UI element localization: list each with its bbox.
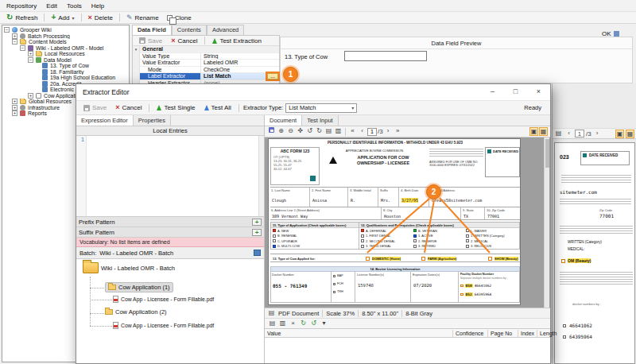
batch-item-cow-application-1[interactable]: Cow Application (1) — [105, 282, 173, 292]
property-row-mode[interactable]: Mode CheckOne — [133, 67, 279, 74]
tree-item-batch-processing[interactable]: +Batch Processing — [2, 33, 129, 40]
property-row-value-type[interactable]: Value Type String — [133, 53, 279, 60]
page-icon[interactable]: ▤ — [268, 319, 277, 328]
next-page-icon[interactable]: › — [593, 130, 602, 138]
expression-editor-area[interactable]: 1 — [76, 136, 264, 217]
tree-item-omr-model[interactable]: −Wiki - Labeled OMR - Model — [2, 45, 129, 52]
suffix-pattern-bar[interactable]: Suffix Pattern+ — [76, 227, 264, 238]
fit-toggle-icon[interactable]: ▣ — [615, 130, 624, 138]
prev-page-icon[interactable]: ‹ — [564, 130, 573, 138]
clear-icon[interactable]: × — [289, 319, 297, 328]
page-icon[interactable]: ▤ — [324, 127, 333, 136]
tree-item-data-model[interactable]: −Data Model — [2, 57, 129, 64]
test-all-button[interactable]: Test All — [201, 103, 235, 113]
category-collapse-icon[interactable]: ▾ — [133, 46, 140, 52]
property-category-general[interactable]: ▾ General — [133, 46, 279, 53]
property-value[interactable]: Labeled OMR — [201, 60, 279, 66]
expand-icon[interactable]: + — [28, 93, 33, 99]
save-button[interactable]: Save — [80, 103, 110, 113]
add-button[interactable]: +Add▾ — [48, 13, 77, 23]
zoom-in-icon[interactable]: ⊕ — [277, 127, 285, 136]
delete-button[interactable]: ×Delete — [85, 13, 116, 23]
cancel-button[interactable]: ×Cancel — [112, 103, 145, 113]
batch-item-pdf-2[interactable]: Cow App - Licensee - Form Fillable.pdf — [113, 322, 214, 329]
tree-item-high-school[interactable]: 19a High School Education — [2, 75, 129, 81]
expand-icon[interactable]: + — [12, 105, 17, 110]
test-extraction-button[interactable]: Test Extraction — [209, 36, 264, 46]
expand-icon[interactable]: + — [28, 51, 33, 56]
collapse-icon[interactable]: − — [12, 39, 17, 45]
zoom-out-icon[interactable]: ⊖ — [286, 127, 295, 136]
fit-toggle-icon[interactable]: ▣ — [529, 127, 538, 136]
copy-icon[interactable]: ▥ — [278, 319, 287, 328]
batch-browse-icon[interactable] — [254, 250, 261, 256]
add-suffix-icon[interactable]: + — [252, 229, 262, 236]
collapse-icon[interactable]: − — [28, 57, 33, 63]
expand-icon[interactable]: + — [12, 99, 17, 104]
tree-item-local-resources[interactable]: +Local Resources — [2, 51, 129, 57]
page-number-input[interactable] — [367, 128, 377, 136]
batch-root-item[interactable]: Wiki - Labeled OMR - Batch — [83, 262, 175, 273]
add-prefix-icon[interactable]: + — [252, 219, 262, 226]
clone-button[interactable]: Clone — [164, 13, 195, 23]
grid-toggle-icon[interactable]: ▦ — [539, 127, 548, 136]
collapse-icon[interactable]: − — [4, 27, 10, 33]
tab-properties[interactable]: Properties — [134, 115, 171, 126]
tree-item-grooper-wiki[interactable]: −Grooper Wiki — [2, 27, 129, 33]
save-icon[interactable] — [267, 127, 276, 136]
document-viewer[interactable]: PERSONALLY IDENTIFIABLE INFORMATION - WI… — [265, 137, 550, 308]
menu-repository[interactable]: Repository — [2, 2, 41, 10]
preview-field-input[interactable] — [344, 51, 427, 61]
expand-icon[interactable]: + — [12, 110, 17, 116]
scrollbar-thumb[interactable] — [545, 139, 549, 168]
grid-toggle-icon[interactable]: ▦ — [626, 130, 634, 138]
tab-contents[interactable]: Contents — [172, 25, 207, 35]
test-single-button[interactable]: Test Single — [153, 103, 198, 113]
menu-tools[interactable]: Tools — [62, 2, 87, 10]
document-page[interactable]: PERSONALLY IDENTIFIABLE INFORMATION - WI… — [268, 138, 521, 305]
ellipsis-button[interactable]: ... — [267, 73, 278, 79]
tab-document[interactable]: Document — [265, 115, 302, 126]
ok-button[interactable]: OK — [599, 29, 622, 38]
rotate-right-icon[interactable]: ↻ — [315, 127, 324, 136]
collapse-icon[interactable]: − — [20, 45, 25, 51]
rename-button[interactable]: ✎Rename — [123, 13, 162, 23]
page-icon[interactable]: ▤ — [554, 130, 563, 138]
property-value[interactable]: String — [201, 53, 279, 60]
menu-edit[interactable]: Edit — [41, 2, 62, 10]
rotate-left-icon[interactable]: ↺ — [305, 127, 314, 136]
tab-advanced[interactable]: Advanced — [207, 25, 244, 35]
copy-icon[interactable]: ▥ — [334, 127, 343, 136]
batch-item-pdf-1[interactable]: Cow App - Licensee - Form Fillable.pdf — [113, 296, 214, 303]
batch-item-cow-application-2[interactable]: Cow Application (2) — [105, 308, 167, 316]
tab-test-input[interactable]: Test Input — [302, 115, 339, 126]
menu-help[interactable]: Help — [87, 2, 109, 10]
prefix-pattern-bar[interactable]: Prefix Pattern+ — [76, 217, 264, 227]
viewer-scrollbar[interactable] — [544, 137, 549, 308]
tree-item-type-of-cow[interactable]: 13. Type of Cow — [2, 63, 129, 69]
minimize-button[interactable]: – — [481, 84, 504, 100]
tree-item-familiarity[interactable]: 18. Familiarity — [2, 69, 129, 76]
column-page-no[interactable]: Page No — [488, 329, 512, 338]
page-number-box[interactable]: 1 — [575, 130, 584, 137]
maximize-button[interactable]: □ — [504, 84, 527, 100]
property-value[interactable]: List Match — [201, 73, 267, 79]
refresh-icon[interactable]: ↻ — [299, 319, 308, 328]
chevron-down-icon[interactable]: ▾ — [320, 319, 328, 328]
column-index[interactable]: Index — [518, 329, 534, 338]
cancel-button[interactable]: ×Cancel — [168, 36, 200, 46]
next-page-icon[interactable]: › — [384, 127, 393, 136]
first-page-icon[interactable]: « — [348, 127, 357, 136]
close-button[interactable]: × — [527, 84, 550, 100]
property-row-label-extractor[interactable]: Label Extractor List Match ... — [133, 73, 279, 80]
results-body[interactable] — [265, 338, 550, 363]
prev-page-icon[interactable]: ‹ — [358, 127, 366, 136]
expand-icon[interactable]: + — [12, 33, 17, 39]
dialog-title-bar[interactable]: Extractor Editor – □ × — [76, 84, 550, 101]
property-value[interactable]: CheckOne — [201, 67, 279, 73]
property-row-value-extractor[interactable]: Value Extractor Labeled OMR — [133, 60, 279, 67]
tree-item-content-models[interactable]: −Content Models — [2, 39, 129, 45]
tab-data-field[interactable]: Data Field — [132, 25, 172, 35]
tab-expression-editor[interactable]: Expression Editor — [76, 115, 134, 126]
column-length[interactable]: Length — [537, 329, 556, 338]
